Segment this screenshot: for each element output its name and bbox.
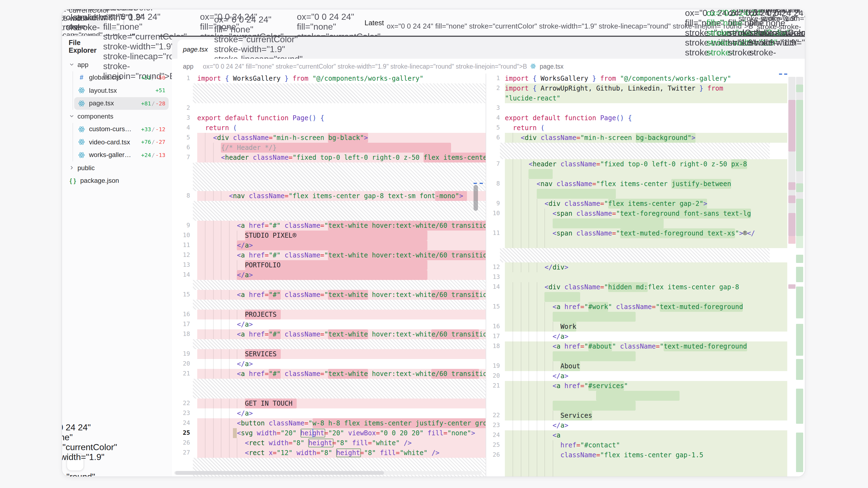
code-line-27[interactable]: 27 <rect x="12" width="8" height="8" fil… [172, 448, 486, 458]
sidebar-item-works-galler-[interactable]: works-galler…+24/-13 [74, 149, 169, 161]
code-line-24[interactable]: 24 <a [486, 430, 787, 440]
code-line-14[interactable]: 14 </a> [172, 270, 486, 280]
code-line-20[interactable]: 20 </a> [172, 359, 486, 369]
code-line-22[interactable]: 22 Services [486, 411, 787, 421]
line-number: 19 [486, 361, 505, 371]
code-line-14[interactable]: 14 <div className="hidden md:flex items-… [486, 282, 787, 292]
code-line-21[interactable]: 21 <a href="#services" [486, 381, 787, 391]
collapse-sidebar-button[interactable]: ox="0 0 24 24" fill="none" stroke="curre… [66, 453, 84, 471]
code-line-wrap[interactable]: hover:text-foreground transition-colors"… [486, 401, 787, 411]
line-number: 20 [172, 359, 197, 369]
minimap-block [788, 203, 796, 213]
line-number: 13 [172, 260, 197, 270]
code-line-wrap[interactable]: span> [486, 238, 787, 248]
code-line-5[interactable]: 5 <div className="min-h-screen bg-black"… [172, 133, 486, 143]
code-line-2[interactable]: 2import { ArrowUpRight, Github, Linkedin… [486, 84, 787, 93]
code-line-2[interactable]: 2 [172, 103, 486, 113]
code-line-18[interactable]: 18 <a href="#about" className="text-mute… [486, 341, 787, 351]
code-line-26[interactable]: 26 <rect width="8" height="8" fill="whit… [172, 438, 486, 448]
sidebar-item-custom-curs-[interactable]: custom-curs…+33/-12 [74, 123, 169, 136]
code-line-17[interactable]: 17 </a> [172, 320, 486, 329]
code-line-11[interactable]: 11 </a> [172, 240, 486, 250]
sidebar-item-components[interactable]: components [65, 110, 169, 123]
line-number: 2 [172, 103, 197, 113]
code-line-22[interactable]: 22 GET IN TOUCH [172, 398, 486, 409]
code-line-25[interactable]: 25 <svg width="20" height="20" viewBox="… [172, 428, 486, 438]
tab-page-tsx[interactable]: page.tsx ox="0 0 24 24" fill="none" stro… [178, 39, 242, 59]
code-line-25[interactable]: 25 href="#contact" [486, 440, 787, 450]
code-line-13[interactable]: 13 [486, 272, 787, 282]
code-line-13[interactable]: 13 PORTFOLIO [172, 260, 486, 270]
code-line-19[interactable]: 19 About [486, 361, 787, 371]
code-line-16[interactable]: 16 PROJECTS [172, 310, 486, 320]
code-line-21[interactable]: 21 <a href="#" className="text-white hov… [172, 369, 486, 379]
line-number [486, 401, 505, 411]
code-line-8[interactable]: 8 <nav className="flex items-center gap-… [172, 191, 486, 201]
download-button[interactable]: ox="0 0 24 24" fill="none" stroke="curre… [784, 40, 798, 55]
diff-alignment-spacer [193, 280, 486, 290]
file-tree: app#globals.css+51/-50layout.tsx+51page.… [62, 57, 172, 188]
sidebar-item-public[interactable]: public [65, 161, 169, 174]
code-line-4[interactable]: 4 return ( [172, 123, 486, 133]
code-line-11[interactable]: 11 <span className="text-muted-foregroun… [486, 228, 787, 238]
code-line-wrap[interactable]: py-6"> [486, 169, 787, 179]
code-line-23[interactable]: 23 </a> [172, 409, 486, 418]
code-line-15[interactable]: 15 <a href="#work" className="text-muted… [486, 302, 787, 312]
code-line-1[interactable]: 1import { WorksGallery } from "@/compone… [486, 73, 787, 84]
code-line-wrap[interactable]: "lucide-react" [486, 93, 787, 103]
code-line-6[interactable]: 6 <div className="min-h-screen bg-backgr… [486, 133, 787, 143]
code-line-24[interactable]: 24 <button className="w-8 h-8 flex items… [172, 418, 486, 428]
code-line-10[interactable]: 10 <span className="text-foreground font… [486, 208, 787, 219]
line-number: 16 [172, 310, 197, 320]
code-line-6[interactable]: 6 {/* Header */} [172, 143, 486, 153]
vertical-scrollbar-left[interactable] [473, 185, 478, 211]
code-line-17[interactable]: 17 </a> [486, 331, 787, 341]
line-number: 6 [486, 133, 505, 143]
minimap-block [788, 284, 796, 289]
code-line-wrap[interactable]: className="text-muted-foreground [486, 391, 787, 401]
code-line-23[interactable]: 23 </a> [486, 421, 787, 430]
code-line-9[interactable]: 9 <a href="#" className="text-white hove… [172, 221, 486, 231]
code-line-16[interactable]: 16 Work [486, 322, 787, 331]
sidebar-item-video-card-tsx[interactable]: video-card.tsx+76/-27 [74, 136, 169, 149]
code-line-19[interactable]: 19 SERVICES [172, 349, 486, 359]
code-line-wrap[interactable]: text-sm"> [486, 292, 787, 302]
line-number: 7 [486, 159, 505, 169]
code-line-wrap[interactable]: hover:text-foreground transition-colors"… [486, 312, 787, 322]
code-line-3[interactable]: 3export default function Page() { [172, 113, 486, 123]
code-line-1[interactable]: 1import { WorksGallery } from "@/compone… [172, 73, 486, 84]
diff-minimap[interactable] [788, 73, 804, 477]
code-line-7[interactable]: 7 <header className="fixed top-0 left-0 … [172, 153, 486, 162]
code-line-26[interactable]: 26 className="flex items-center gap-1.5 [486, 450, 787, 460]
code-line-wrap[interactable]: hover:text-foreground transition-colors"… [486, 351, 787, 361]
code-line-4[interactable]: 4export default function Page() { [486, 113, 787, 123]
code-line-9[interactable]: 9 <div className="flex items-center gap-… [486, 199, 787, 208]
code-pane-old[interactable]: 1import { WorksGallery } from "@/compone… [172, 73, 486, 477]
breadcrumb-app[interactable]: app [183, 63, 193, 69]
line-number [486, 169, 505, 179]
code-line-15[interactable]: 15 <a href="#" className="text-white hov… [172, 290, 486, 300]
line-number: 17 [172, 320, 197, 329]
code-line-7[interactable]: 7 <header className="fixed top-0 left-0 … [486, 159, 787, 169]
diff-alignment-spacer [193, 162, 486, 191]
breadcrumb-file[interactable]: page.tsx [540, 63, 564, 69]
code-line-wrap[interactable]: max-w-7xl mx-auto"> [486, 189, 787, 199]
code-line-3[interactable]: 3 [486, 103, 787, 113]
code-line-12[interactable]: 12 <a href="#" className="text-white hov… [172, 250, 486, 260]
sidebar-item-package-json[interactable]: { }package.json [65, 174, 169, 187]
code-line-wrap[interactable]: text-foreground bg-secondary hover:bg-se… [486, 460, 787, 470]
code-line-wrap[interactable]: font-semibold tracking-tight">Studio Pix… [486, 219, 787, 228]
code-line-20[interactable]: 20 </a> [486, 371, 787, 381]
minimap-block [796, 92, 803, 100]
code-line-5[interactable]: 5 return ( [486, 123, 787, 133]
code-pane-new[interactable]: 1import { WorksGallery } from "@/compone… [486, 73, 805, 477]
sidebar-item-page-tsx[interactable]: page.tsx+81/-28 [74, 97, 169, 110]
minimap-block [796, 77, 803, 85]
code-line-wrap[interactable]: 80 px-4 py-2 rounded-full transition-col… [486, 470, 787, 477]
code-line-10[interactable]: 10 STUDIO PIXEL® [172, 231, 486, 240]
code-line-12[interactable]: 12 </div> [486, 262, 787, 272]
code-line-18[interactable]: 18 <a href="#" className="text-white hov… [172, 329, 486, 339]
code-line-8[interactable]: 8 <nav className="flex items-center just… [486, 179, 787, 189]
sidebar-item-layout-tsx[interactable]: layout.tsx+51 [74, 84, 169, 97]
horizontal-scrollbar-left[interactable] [174, 471, 482, 475]
